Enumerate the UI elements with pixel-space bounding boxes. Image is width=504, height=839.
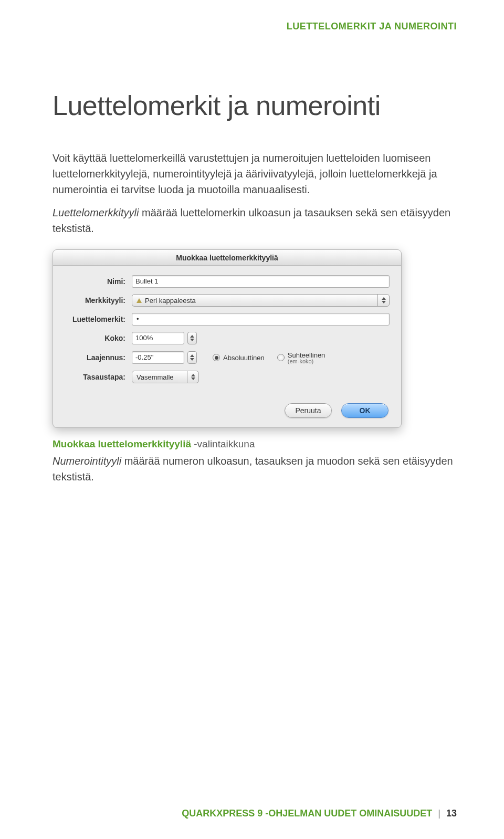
tasaustapa-select[interactable]: Vasemmalle (132, 371, 199, 383)
chevron-updown-icon (187, 371, 198, 383)
running-head: LUETTELOMERKIT JA NUMEROINTI (52, 21, 457, 32)
radio-absoluuttinen-label: Absoluuttinen (223, 354, 265, 362)
figure-caption: Muokkaa luettelomerkkityyliä -valintaikk… (52, 438, 457, 450)
radio-suhteellinen-group[interactable]: Suhteellinen (em-koko) (277, 351, 326, 364)
warning-icon (136, 298, 142, 303)
dialog-screenshot: Muokkaa luettelomerkkityyliä Nimi: Bulle… (52, 249, 457, 428)
label-laajennus: Laajennus: (65, 353, 132, 362)
radio-suhteellinen[interactable] (277, 354, 285, 361)
edit-bullet-style-dialog: Muokkaa luettelomerkkityyliä Nimi: Bulle… (52, 249, 402, 428)
label-luettelomerkit: Luettelomerkit: (65, 315, 132, 323)
ok-button[interactable]: OK (341, 403, 388, 418)
term-numerointityyli: Numerointityyli (52, 455, 121, 467)
term-luettelomerkkityyli: Luettelomerkkityyli (52, 207, 139, 218)
footer-text: QUARKXPRESS 9 -OHJELMAN UUDET OMINAISUUD… (182, 808, 432, 819)
style-description-paragraph: Luettelomerkkityyli määrää luettelomerki… (52, 205, 457, 236)
radio-absoluuttinen-group[interactable]: Absoluuttinen (213, 354, 265, 362)
page-number: 13 (446, 808, 457, 819)
merkkityyli-value: Peri kappaleesta (145, 297, 196, 305)
label-tasaustapa: Tasaustapa: (65, 373, 132, 381)
caption-strong: Muokkaa luettelomerkkityyliä (52, 438, 191, 449)
koko-stepper[interactable] (187, 332, 197, 344)
intro-paragraph: Voit käyttää luettelomerkeillä varustett… (52, 150, 457, 197)
laajennus-field[interactable]: -0.25" (132, 351, 184, 364)
laajennus-stepper[interactable] (187, 351, 197, 364)
cancel-button[interactable]: Peruuta (285, 403, 332, 418)
page-footer: QUARKXPRESS 9 -OHJELMAN UUDET OMINAISUUD… (182, 808, 457, 819)
tasaustapa-value: Vasemmalle (136, 373, 174, 381)
footer-separator: | (438, 808, 440, 819)
page-title: Luettelomerkit ja numerointi (52, 90, 457, 121)
label-merkkityyli: Merkkityyli: (65, 296, 132, 305)
merkkityyli-select[interactable]: Peri kappaleesta (132, 294, 390, 307)
dialog-title: Muokkaa luettelomerkkityyliä (53, 250, 401, 266)
nimi-field[interactable]: Bullet 1 (132, 275, 390, 288)
radio-absoluuttinen[interactable] (213, 354, 220, 361)
chevron-updown-icon (377, 295, 389, 306)
label-nimi: Nimi: (65, 277, 132, 286)
label-koko: Koko: (65, 334, 132, 342)
koko-field[interactable]: 100% (132, 332, 184, 344)
luettelomerkit-field[interactable] (132, 313, 390, 326)
caption-suffix: -valintaikkuna (191, 438, 255, 449)
numbering-style-paragraph: Numerointityyli määrää numeron ulkoasun,… (52, 453, 457, 485)
